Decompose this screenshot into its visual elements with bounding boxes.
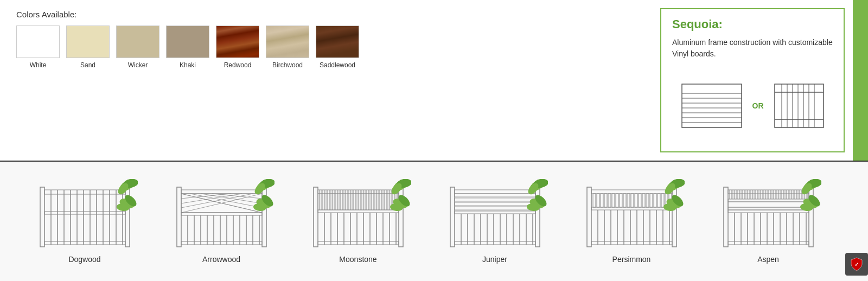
arrowwood-label: Arrowwood [202,255,240,264]
color-swatches: WhiteSandWickerKhakiRedwoodBirchwoodSadd… [16,25,636,69]
svg-rect-147 [450,187,455,247]
juniper-label: Juniper [482,255,507,264]
svg-rect-178 [597,194,599,207]
aspen-label: Aspen [757,255,779,264]
fence-diagram-horizontal [679,81,744,130]
green-sidebar [853,0,868,161]
color-swatch-birchwood[interactable] [266,25,309,58]
persimmon-label: Persimmon [612,255,651,264]
svg-rect-177 [593,194,596,207]
svg-rect-190 [642,194,645,207]
svg-rect-0 [682,84,742,127]
aspen-leaves [792,179,821,222]
fence-item-arrowwood: Arrowwood [174,179,269,264]
color-name-birchwood: Birchwood [272,61,303,69]
svg-rect-189 [639,194,641,207]
info-box: Sequoia: Aluminum frame construction wit… [660,8,845,152]
svg-rect-55 [181,241,262,245]
svg-rect-18 [40,187,44,247]
color-name-khaki: Khaki [180,61,196,69]
fence-item-aspen: Aspen [721,179,816,264]
svg-rect-174 [587,187,591,247]
shield-icon[interactable]: ✓ [845,253,868,276]
color-name-sand: Sand [80,61,95,69]
svg-line-51 [181,194,253,208]
or-label: OR [752,101,764,110]
fence-illustration-juniper [448,179,542,250]
juniper-leaves [518,179,548,222]
fence-illustration-aspen [721,179,816,250]
fence-item-dogwood: Dogwood [37,179,132,264]
svg-rect-192 [650,194,653,207]
color-item-khaki: Khaki [166,25,209,69]
svg-rect-199 [591,241,672,245]
fence-illustration-dogwood [37,179,132,250]
color-item-redwood: Redwood [216,25,259,69]
dogwood-leaves [108,179,138,222]
svg-rect-188 [635,194,637,207]
color-name-wicker: Wicker [128,61,148,69]
color-swatch-white[interactable] [16,25,60,58]
dogwood-label: Dogwood [68,255,100,264]
moonstone-leaves [381,179,411,222]
fence-items: Dogwood [16,179,837,264]
svg-rect-181 [608,194,611,207]
info-title: Sequoia: [672,17,833,31]
fence-diagram-vertical [772,81,826,130]
svg-rect-21 [44,241,125,245]
svg-rect-41 [177,187,181,247]
svg-rect-274 [728,241,809,245]
svg-rect-77 [318,241,399,245]
svg-rect-191 [646,194,649,207]
color-name-white: White [30,61,47,69]
color-item-birchwood: Birchwood [266,25,309,69]
bottom-section: Dogwood [0,162,868,281]
svg-rect-180 [604,194,607,207]
color-swatch-sand[interactable] [66,25,110,58]
fence-diagrams: OR [672,68,833,143]
svg-rect-185 [623,194,626,207]
fence-illustration-persimmon [584,179,679,250]
svg-rect-186 [627,194,630,207]
svg-rect-218 [724,187,728,247]
colors-label: Colors Available: [16,10,636,19]
color-swatch-khaki[interactable] [166,25,209,58]
moonstone-label: Moonstone [339,255,376,264]
color-name-redwood: Redwood [224,61,252,69]
arrowwood-leaves [245,179,275,222]
svg-rect-182 [612,194,615,207]
color-item-white: White [16,25,60,69]
svg-rect-184 [620,194,622,207]
fence-illustration-arrowwood [174,179,269,250]
fence-item-persimmon: Persimmon [584,179,679,264]
svg-rect-179 [601,194,603,207]
color-name-saddlewood: Saddlewood [320,61,355,69]
svg-text:✓: ✓ [854,261,859,267]
color-swatch-wicker[interactable] [116,25,159,58]
info-description: Aluminum frame construction with customi… [672,37,833,60]
svg-rect-187 [631,194,634,207]
fence-item-moonstone: Moonstone [311,179,406,264]
color-swatch-redwood[interactable] [216,25,259,58]
colors-panel: Colors Available: WhiteSandWickerKhakiRe… [0,0,652,161]
color-item-saddlewood: Saddlewood [316,25,359,69]
color-item-sand: Sand [66,25,110,69]
shield-svg: ✓ [849,257,864,272]
color-swatch-saddlewood[interactable] [316,25,359,58]
fence-illustration-moonstone [311,179,406,250]
color-item-wicker: Wicker [116,25,159,69]
svg-rect-74 [314,187,318,247]
persimmon-leaves [655,179,685,222]
svg-rect-183 [616,194,618,207]
svg-rect-155 [455,241,535,245]
fence-item-juniper: Juniper [448,179,542,264]
